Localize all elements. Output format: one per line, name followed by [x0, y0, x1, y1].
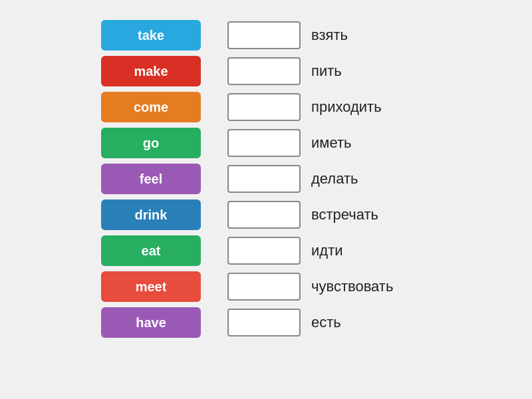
answer-box-5[interactable] [227, 165, 301, 193]
match-row-6: встречать [227, 200, 431, 230]
word-btn-feel[interactable]: feel [101, 164, 201, 194]
word-btn-have[interactable]: have [101, 307, 201, 338]
translation-6: встречать [311, 206, 431, 223]
word-btn-eat[interactable]: eat [101, 235, 201, 266]
word-buttons-panel: takemakecomegofeeldrinkeatmeethave [101, 20, 201, 338]
match-row-2: пить [227, 56, 431, 86]
answer-box-6[interactable] [227, 201, 301, 229]
answer-box-8[interactable] [227, 273, 301, 301]
translation-9: есть [311, 314, 431, 331]
match-row-4: иметь [227, 128, 431, 158]
word-btn-take[interactable]: take [101, 20, 201, 51]
match-row-1: взять [227, 20, 431, 51]
match-row-5: делать [227, 164, 431, 194]
word-btn-meet[interactable]: meet [101, 271, 201, 302]
answer-box-7[interactable] [227, 237, 301, 265]
match-rows-panel: взятьпитьприходитьиметьделатьвстречатьид… [227, 20, 431, 338]
answer-box-2[interactable] [227, 57, 301, 85]
word-btn-drink[interactable]: drink [101, 200, 201, 230]
answer-box-9[interactable] [227, 309, 301, 336]
translation-8: чувствовать [311, 278, 431, 295]
translation-2: пить [311, 63, 431, 80]
match-row-7: идти [227, 235, 431, 266]
main-container: takemakecomegofeeldrinkeatmeethave взять… [101, 20, 431, 338]
translation-7: идти [311, 242, 431, 259]
word-btn-go[interactable]: go [101, 128, 201, 158]
answer-box-3[interactable] [227, 93, 301, 121]
match-row-3: приходить [227, 92, 431, 122]
answer-box-4[interactable] [227, 129, 301, 157]
answer-box-1[interactable] [227, 21, 301, 49]
match-row-9: есть [227, 307, 431, 338]
translation-1: взять [311, 27, 431, 44]
translation-3: приходить [311, 98, 431, 116]
translation-5: делать [311, 170, 431, 188]
translation-4: иметь [311, 134, 431, 152]
word-btn-come[interactable]: come [101, 92, 201, 122]
word-btn-make[interactable]: make [101, 56, 201, 86]
match-row-8: чувствовать [227, 271, 431, 302]
